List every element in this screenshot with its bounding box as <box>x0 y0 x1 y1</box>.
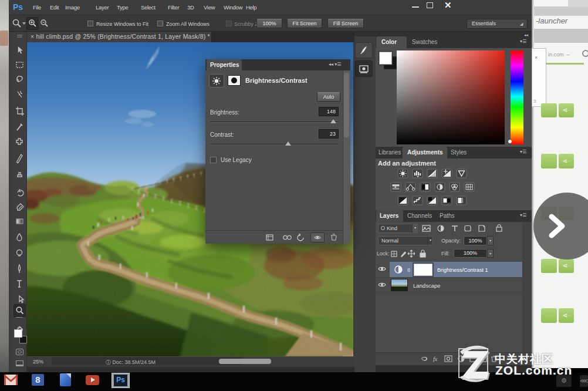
svg-text:fx: fx <box>433 356 438 362</box>
